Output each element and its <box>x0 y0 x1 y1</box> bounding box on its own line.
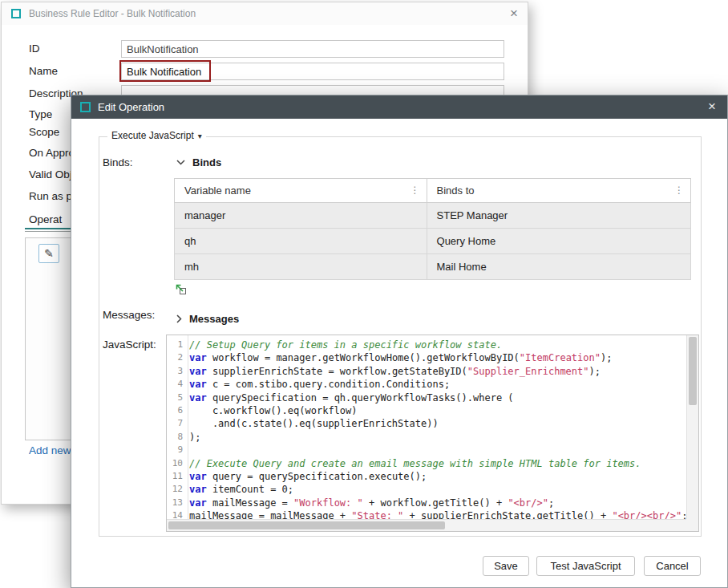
tab-operations[interactable]: Operat <box>29 213 62 225</box>
editor-hscroll-thumb[interactable] <box>168 521 445 529</box>
chevron-down-icon: ▾ <box>198 132 202 140</box>
code-line: var itemCount = 0; <box>189 483 686 496</box>
messages-section-title: Messages <box>189 313 239 325</box>
editor-gutter: 1234567891011121314 <box>167 335 188 519</box>
binds-row[interactable]: managerSTEP Manager <box>175 203 691 229</box>
field-label-id: ID <box>29 43 40 55</box>
test-javascript-button[interactable]: Test JavaScript <box>536 556 635 576</box>
code-line: var mailMessage = "Workflow: " + workflo… <box>189 497 686 509</box>
javascript-editor: 1234567891011121314 // Setup Query for i… <box>166 335 699 532</box>
line-number: 13 <box>167 497 188 509</box>
line-number: 6 <box>167 404 188 417</box>
add-row-icon <box>174 282 187 295</box>
window-title: Business Rule Editor - Bulk Notification <box>29 8 196 19</box>
field-label-scope: Scope <box>29 126 59 138</box>
screen: Business Rule Editor - Bulk Notification… <box>0 0 728 588</box>
binds-table: Variable name ⋮ Binds to ⋮ managerSTEP M… <box>174 178 691 280</box>
field-label-type: Type <box>29 108 52 120</box>
add-bind-button[interactable] <box>174 282 187 295</box>
dialog-close-icon[interactable]: × <box>708 99 716 115</box>
code-line: var query = querySpecification.execute()… <box>189 470 686 483</box>
column-title: Variable name <box>184 185 251 197</box>
code-line: mailMessage = mailMessage + "State: " + … <box>189 509 686 519</box>
code-line: var querySpecification = qh.queryWorkflo… <box>189 391 686 404</box>
dialog-title: Edit Operation <box>98 101 164 113</box>
line-number: 3 <box>167 365 188 378</box>
editor-code[interactable]: // Setup Query for items in a specific w… <box>189 339 686 519</box>
binds-section-toggle[interactable]: Binds <box>176 156 221 168</box>
binds-row[interactable]: mhMail Home <box>175 254 691 280</box>
dialog-app-icon <box>80 102 91 112</box>
name-field[interactable] <box>121 63 504 80</box>
code-line: .and(c.state().eq(supplierEnrichState)) <box>189 417 686 430</box>
field-label-on-approve: On Appro <box>29 147 75 159</box>
messages-label: Messages: <box>103 309 155 321</box>
code-line: var workflow = manager.getWorkflowHome()… <box>189 351 686 364</box>
tab-underline <box>25 228 72 229</box>
code-line: c.workflow().eq(workflow) <box>189 404 686 417</box>
field-label-name: Name <box>29 65 58 77</box>
binds-label: Binds: <box>103 156 133 168</box>
cancel-button[interactable]: Cancel <box>644 556 701 576</box>
binds-section-title: Binds <box>192 156 221 168</box>
binds-row[interactable]: qhQuery Home <box>175 229 691 254</box>
id-field[interactable] <box>121 40 504 58</box>
edit-operation-button[interactable]: ✎ <box>38 244 59 263</box>
window-titlebar: Business Rule Editor - Bulk Notification… <box>2 2 528 25</box>
editor-hscrollbar[interactable] <box>167 519 686 531</box>
line-number: 8 <box>167 431 188 444</box>
messages-section-toggle[interactable]: Messages <box>176 313 239 325</box>
binds-cell[interactable]: STEP Manager <box>427 203 690 229</box>
binds-table-body: managerSTEP ManagerqhQuery HomemhMail Ho… <box>175 203 691 280</box>
dialog-titlebar: Edit Operation × <box>71 95 727 119</box>
field-label-run-as: Run as p <box>29 190 72 202</box>
line-number: 1 <box>167 339 188 351</box>
scrollbar-corner <box>686 519 698 531</box>
edit-operation-dialog: Edit Operation × Execute JavaScript ▾ Bi… <box>71 95 728 588</box>
tab-strip-border <box>25 231 72 232</box>
column-menu-icon[interactable]: ⋮ <box>674 185 684 196</box>
binds-cell[interactable]: mh <box>175 254 427 280</box>
binds-cell[interactable]: manager <box>175 203 427 229</box>
operations-panel: ✎ <box>25 237 72 440</box>
pencil-icon: ✎ <box>44 247 54 260</box>
code-line: var supplierEnrichState = workflow.getSt… <box>189 365 686 378</box>
operation-group: Execute JavaScript ▾ Binds: Messages: Ja… <box>99 136 702 537</box>
code-line <box>189 444 686 456</box>
line-number: 10 <box>167 457 188 470</box>
code-line: // Execute Query and create an email mes… <box>189 457 686 470</box>
editor-vscroll-thumb[interactable] <box>689 337 697 405</box>
line-number: 9 <box>167 444 188 456</box>
code-line: // Setup Query for items in a specific w… <box>189 339 686 351</box>
line-number: 2 <box>167 351 188 364</box>
operation-type-label: Execute JavaScript <box>111 130 194 141</box>
binds-header-row: Variable name ⋮ Binds to ⋮ <box>175 179 691 203</box>
line-number: 12 <box>167 483 188 496</box>
editor-vscrollbar[interactable] <box>686 335 698 519</box>
line-number: 14 <box>167 509 188 519</box>
column-header-variable-name[interactable]: Variable name ⋮ <box>175 179 427 203</box>
binds-cell[interactable]: qh <box>175 229 427 254</box>
close-icon[interactable]: × <box>510 6 518 22</box>
line-number: 7 <box>167 417 188 430</box>
chevron-down-icon <box>176 160 185 165</box>
column-title: Binds to <box>437 185 475 197</box>
line-number: 5 <box>167 391 188 404</box>
operation-type-dropdown[interactable]: Execute JavaScript ▾ <box>107 130 206 141</box>
column-header-binds-to[interactable]: Binds to ⋮ <box>427 179 690 203</box>
binds-cell[interactable]: Query Home <box>427 229 690 254</box>
binds-cell[interactable]: Mail Home <box>427 254 690 280</box>
line-number: 11 <box>167 470 188 483</box>
save-button[interactable]: Save <box>483 556 529 576</box>
code-line: ); <box>189 431 686 444</box>
column-menu-icon[interactable]: ⋮ <box>411 185 420 196</box>
code-line: var c = com.stibo.query.condition.Condit… <box>189 378 686 391</box>
field-label-valid-objects: Valid Obj <box>29 168 72 180</box>
javascript-label: JavaScript: <box>103 339 156 351</box>
line-number: 4 <box>167 378 188 391</box>
app-icon <box>11 9 21 18</box>
chevron-right-icon <box>176 314 182 323</box>
